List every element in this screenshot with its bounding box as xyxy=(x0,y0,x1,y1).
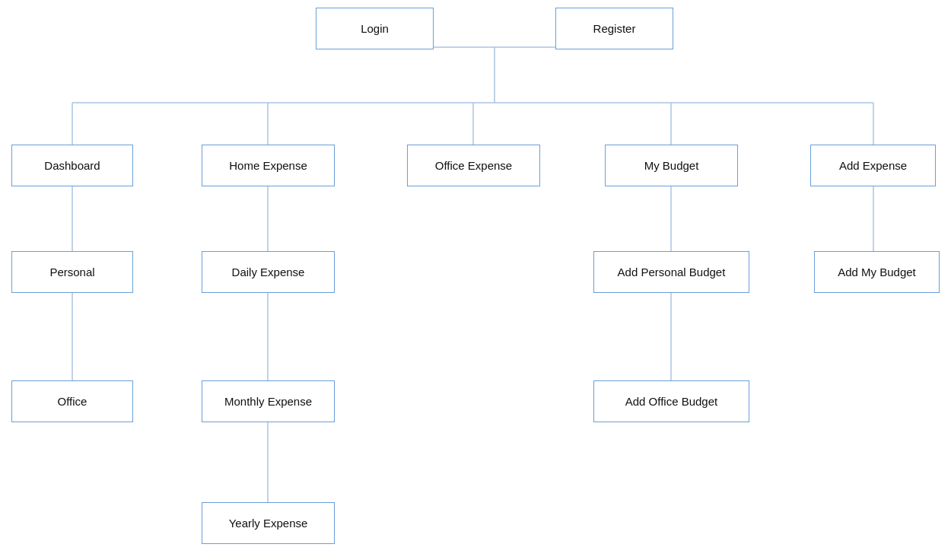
node-office_expense[interactable]: Office Expense xyxy=(407,145,540,186)
node-home_expense[interactable]: Home Expense xyxy=(202,145,335,186)
node-register[interactable]: Register xyxy=(555,8,673,49)
node-login[interactable]: Login xyxy=(316,8,434,49)
node-office[interactable]: Office xyxy=(11,380,133,422)
node-add_personal_budget[interactable]: Add Personal Budget xyxy=(593,251,749,293)
tree-container: LoginRegisterDashboardHome ExpenseOffice… xyxy=(0,0,951,560)
connector-lines xyxy=(0,0,951,560)
node-dashboard[interactable]: Dashboard xyxy=(11,145,133,186)
node-daily_expense[interactable]: Daily Expense xyxy=(202,251,335,293)
node-yearly_expense[interactable]: Yearly Expense xyxy=(202,502,335,544)
node-add_my_budget[interactable]: Add My Budget xyxy=(814,251,940,293)
node-personal[interactable]: Personal xyxy=(11,251,133,293)
node-add_expense[interactable]: Add Expense xyxy=(810,145,936,186)
node-monthly_expense[interactable]: Monthly Expense xyxy=(202,380,335,422)
node-add_office_budget[interactable]: Add Office Budget xyxy=(593,380,749,422)
node-my_budget[interactable]: My Budget xyxy=(605,145,738,186)
